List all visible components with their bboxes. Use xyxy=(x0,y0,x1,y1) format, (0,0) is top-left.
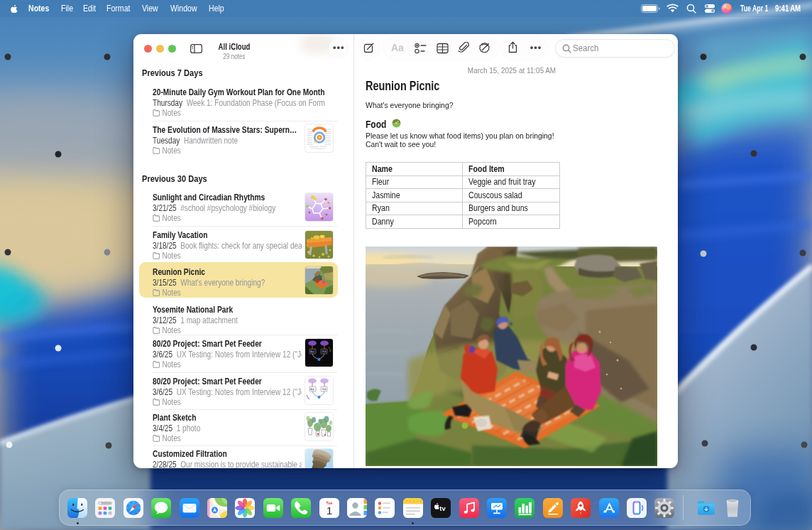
svg-text:1: 1 xyxy=(326,504,332,517)
svg-text:App: App xyxy=(310,350,314,353)
svg-text:tv: tv xyxy=(439,504,446,512)
svg-text:Hub: Hub xyxy=(322,387,327,390)
svg-text:Hub: Hub xyxy=(322,350,327,353)
svg-text:App: App xyxy=(310,387,314,390)
